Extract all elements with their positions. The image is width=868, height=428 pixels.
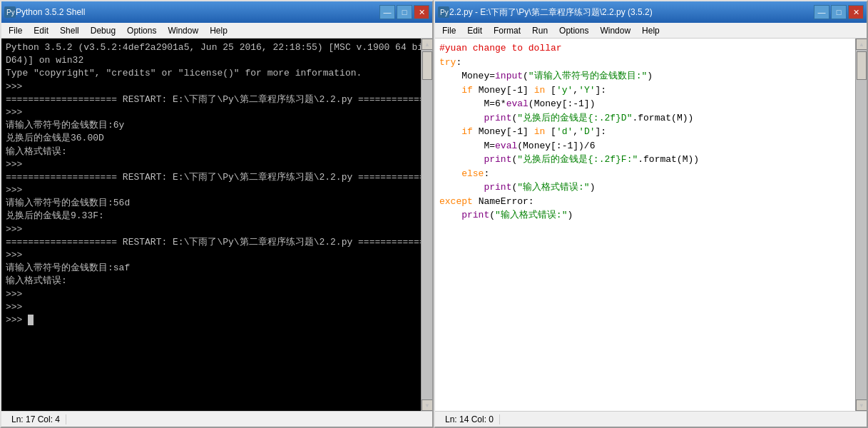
- shell-prompt-6: >>>: [6, 250, 28, 260]
- shell-prompt-1: >>>: [6, 81, 28, 92]
- shell-prompt-7: >>> >>> >>>: [6, 289, 28, 325]
- editor-scrollbar[interactable]: ▲ ▼: [855, 39, 867, 411]
- python-icon: Py: [4, 6, 16, 18]
- menu-shell[interactable]: Shell: [54, 24, 85, 37]
- editor-menu-edit[interactable]: Edit: [461, 24, 488, 37]
- code-except: except: [439, 196, 473, 207]
- editor-menu-window[interactable]: Window: [594, 24, 636, 37]
- editor-scroll-track[interactable]: [856, 50, 867, 399]
- code-if2: if: [461, 126, 473, 137]
- shell-prompt-4: >>>: [6, 185, 28, 195]
- shell-prompt-5: >>>: [6, 224, 28, 235]
- code-else: else: [461, 168, 484, 179]
- menu-window[interactable]: Window: [162, 24, 204, 37]
- editor-menu-run[interactable]: Run: [526, 24, 553, 37]
- editor-menu-help[interactable]: Help: [636, 24, 665, 37]
- shell-input-3: 请输入带符号的金钱数目:saf 输入格式错误:: [6, 263, 130, 286]
- editor-scroll-thumb[interactable]: [857, 51, 867, 80]
- editor-title: 2.2.py - E:\下雨了\Py\第二章程序练习题\2.2.py (3.5.…: [449, 6, 811, 19]
- editor-python-icon: Py: [438, 6, 449, 18]
- menu-debug[interactable]: Debug: [85, 24, 121, 37]
- svg-text:Py: Py: [6, 9, 15, 16]
- editor-window-controls: — □ ✕: [814, 5, 864, 19]
- svg-text:Py: Py: [440, 9, 449, 16]
- shell-prompt-2: >>>: [6, 107, 28, 118]
- editor-scroll-up-arrow[interactable]: ▲: [856, 39, 867, 50]
- shell-window: Py Python 3.5.2 Shell — □ ✕ File Edit Sh…: [0, 0, 434, 428]
- editor-code[interactable]: #yuan change to dollar try: Money=input(…: [435, 39, 855, 411]
- shell-prompt-3: >>>: [6, 159, 28, 170]
- scroll-track[interactable]: [422, 50, 432, 399]
- editor-menu-options[interactable]: Options: [553, 24, 594, 37]
- shell-input-1: 请输入带符号的金钱数目:6y: [6, 120, 124, 131]
- shell-output-1: 兑换后的金钱是36.00D 输入格式错误:: [6, 133, 104, 156]
- shell-menu-bar: File Edit Shell Debug Options Window Hel…: [1, 23, 432, 39]
- shell-title-bar: Py Python 3.5.2 Shell — □ ✕: [1, 1, 432, 23]
- editor-minimize-button[interactable]: —: [814, 5, 829, 19]
- shell-status-position: Ln: 17 Col: 4: [6, 414, 66, 424]
- scroll-thumb[interactable]: [422, 51, 432, 80]
- shell-scrollbar[interactable]: ▲ ▼: [421, 39, 432, 411]
- editor-menu-format[interactable]: Format: [488, 24, 526, 37]
- editor-title-bar: Py 2.2.py - E:\下雨了\Py\第二章程序练习题\2.2.py (3…: [435, 1, 867, 23]
- maximize-button[interactable]: □: [397, 5, 412, 19]
- editor-status-bar: Ln: 14 Col: 0: [435, 411, 867, 427]
- editor-maximize-button[interactable]: □: [831, 5, 847, 19]
- shell-content-area[interactable]: Python 3.5.2 (v3.5.2:4def2a2901a5, Jun 2…: [1, 39, 432, 411]
- shell-status-bar: Ln: 17 Col: 4: [1, 411, 432, 427]
- menu-file[interactable]: File: [3, 24, 28, 37]
- close-button[interactable]: ✕: [414, 5, 429, 19]
- shell-title: Python 3.5.2 Shell: [16, 7, 377, 17]
- menu-help[interactable]: Help: [204, 24, 233, 37]
- shell-cursor: |: [28, 315, 34, 325]
- menu-edit[interactable]: Edit: [28, 24, 54, 37]
- code-comment: #yuan change to dollar: [439, 43, 562, 54]
- editor-menu-file[interactable]: File: [436, 24, 461, 37]
- shell-separator-1: ==================== RESTART: E:\下雨了\Py\…: [6, 94, 421, 105]
- editor-content-area[interactable]: #yuan change to dollar try: Money=input(…: [435, 39, 867, 411]
- shell-separator-2: ==================== RESTART: E:\下雨了\Py\…: [6, 172, 421, 183]
- shell-window-controls: — □ ✕: [379, 5, 429, 19]
- shell-input-2: 请输入带符号的金钱数目:56d 兑换后的金钱是9.33F:: [6, 198, 130, 221]
- editor-window: Py 2.2.py - E:\下雨了\Py\第二章程序练习题\2.2.py (3…: [434, 0, 868, 428]
- editor-status-position: Ln: 14 Col: 0: [439, 414, 500, 424]
- scroll-down-arrow[interactable]: ▼: [422, 399, 432, 411]
- shell-line-1: Python 3.5.2 (v3.5.2:4def2a2901a5, Jun 2…: [6, 42, 421, 78]
- editor-scroll-down-arrow[interactable]: ▼: [856, 399, 867, 411]
- editor-menu-bar: File Edit Format Run Options Window Help: [435, 23, 867, 39]
- minimize-button[interactable]: —: [379, 5, 395, 19]
- code-if1: if: [461, 85, 473, 96]
- code-try: try: [439, 57, 456, 68]
- shell-text[interactable]: Python 3.5.2 (v3.5.2:4def2a2901a5, Jun 2…: [1, 39, 421, 411]
- menu-options[interactable]: Options: [121, 24, 162, 37]
- shell-separator-3: ==================== RESTART: E:\下雨了\Py\…: [6, 237, 421, 248]
- editor-close-button[interactable]: ✕: [848, 5, 864, 19]
- scroll-up-arrow[interactable]: ▲: [422, 39, 432, 50]
